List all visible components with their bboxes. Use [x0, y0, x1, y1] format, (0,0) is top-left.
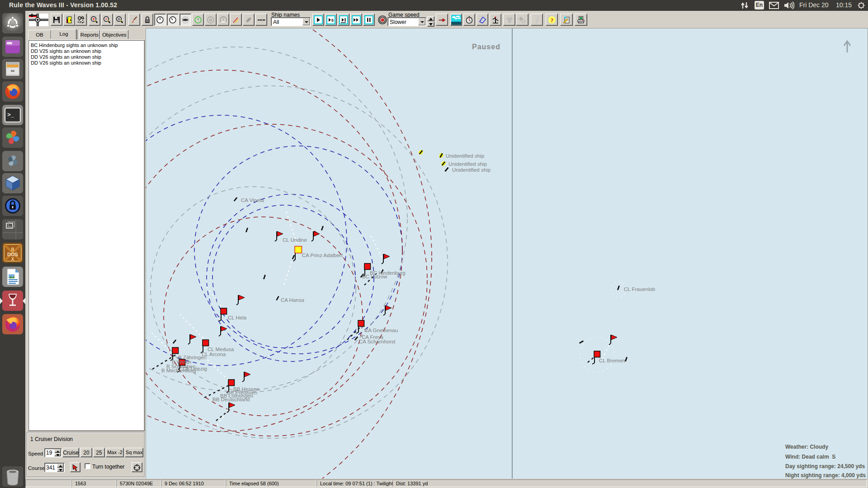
svg-text:CL Hela: CL Hela	[228, 315, 247, 320]
svg-text:CA Prinz Adalbert: CA Prinz Adalbert	[302, 253, 343, 258]
svg-text:CA Gneisenau: CA Gneisenau	[364, 328, 398, 333]
svg-text:Paused: Paused	[472, 43, 500, 51]
svg-text:Day sighting range: 24,500 yds: Day sighting range: 24,500 yds	[785, 463, 865, 469]
svg-text:CL Bremen: CL Bremen	[599, 358, 625, 363]
svg-text:Night sighting range: 4,000 yd: Night sighting range: 4,000 yds	[785, 472, 866, 479]
svg-text:>_: >_	[7, 112, 14, 118]
svg-text:Unidentified ship: Unidentified ship	[448, 161, 487, 167]
svg-text:B Mecklenburg: B Mecklenburg	[161, 368, 196, 373]
svg-text:CA Scharnhorst: CA Scharnhorst	[359, 339, 396, 344]
svg-text:Unidentified ship: Unidentified ship	[446, 153, 484, 159]
svg-text:CA Hansa: CA Hansa	[281, 297, 304, 303]
svg-text:CL Frauenlob: CL Frauenlob	[624, 286, 655, 292]
svg-text:Unidentified ship: Unidentified ship	[452, 167, 491, 173]
svg-text:CA Vineta: CA Vineta	[241, 197, 264, 203]
svg-text:X: X	[11, 257, 14, 262]
svg-text:Weather: Cloudy: Weather: Cloudy	[785, 444, 828, 450]
svg-text:BB Deutschland: BB Deutschland	[212, 397, 250, 402]
svg-text:BC Lutzow: BC Lutzow	[362, 274, 387, 279]
svg-text:Wind: Dead calm S: Wind: Dead calm S	[785, 454, 835, 460]
svg-text:CL Undine: CL Undine	[283, 237, 307, 243]
svg-text:5: 5	[331, 18, 334, 23]
svg-text:?: ?	[550, 16, 553, 23]
